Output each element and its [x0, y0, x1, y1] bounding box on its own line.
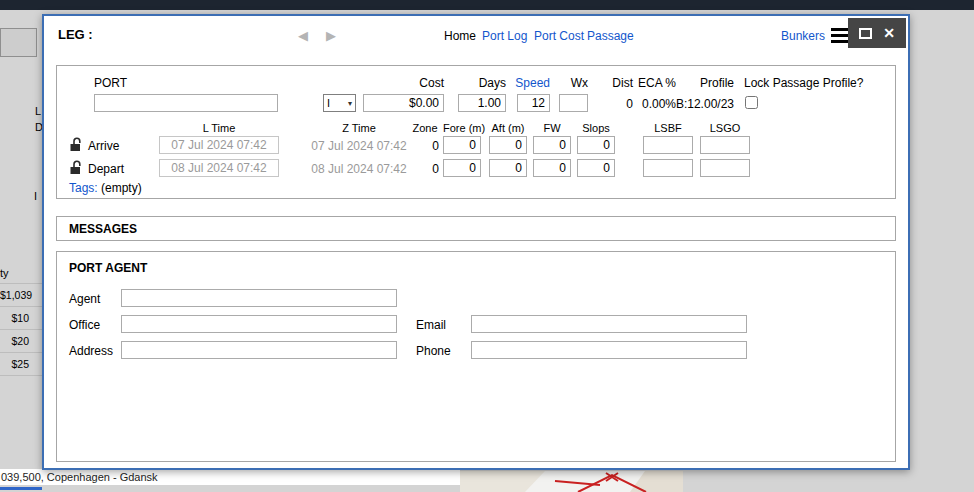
- cost-input[interactable]: [363, 94, 444, 112]
- wx-label: Wx: [552, 76, 588, 90]
- email-input[interactable]: [471, 315, 747, 333]
- depart-ltime-input[interactable]: [159, 159, 279, 177]
- nav-port-log[interactable]: Port Log: [482, 29, 527, 43]
- nav-port-cost[interactable]: Port Cost: [534, 29, 584, 43]
- depart-lsgo-input[interactable]: [700, 159, 750, 177]
- arrive-fw-input[interactable]: [533, 136, 571, 154]
- agent-label: Agent: [69, 292, 100, 306]
- status-accent-line: [0, 487, 42, 490]
- back-icon[interactable]: ◀: [298, 28, 308, 43]
- tags-link[interactable]: Tags:: [69, 181, 98, 195]
- office-input[interactable]: [121, 315, 397, 333]
- background-row-label: L: [35, 105, 41, 117]
- profile-label: Profile: [670, 76, 734, 90]
- address-label: Address: [69, 344, 113, 358]
- arrive-fore-input[interactable]: [443, 136, 481, 154]
- nav-home[interactable]: Home: [444, 29, 476, 43]
- divider: [0, 375, 42, 376]
- depart-fore-input[interactable]: [443, 159, 481, 177]
- col-lsgo: LSGO: [700, 122, 750, 134]
- email-label: Email: [416, 318, 446, 332]
- phone-label: Phone: [416, 344, 451, 358]
- lock-passage-label: Lock Passage Profile?: [744, 76, 863, 90]
- unlock-icon[interactable]: [69, 160, 82, 175]
- depart-zone: 0: [403, 162, 439, 176]
- background-row-label: I: [34, 190, 37, 202]
- divider: [0, 306, 42, 307]
- arrive-ltime-input[interactable]: [159, 136, 279, 154]
- days-input[interactable]: [458, 94, 506, 112]
- col-lsbf: LSBF: [643, 122, 693, 134]
- col-aft: Aft (m): [489, 122, 527, 134]
- col-fore: Fore (m): [443, 122, 481, 134]
- port-input[interactable]: [94, 94, 278, 112]
- arrive-lsgo-input[interactable]: [700, 136, 750, 154]
- wx-input[interactable]: [559, 94, 588, 112]
- col-z-time: Z Time: [299, 122, 419, 134]
- window-controls: ✕: [848, 18, 906, 48]
- days-label: Days: [458, 76, 506, 90]
- screen: L D I ty $1,039 $10 $20 $25 039,500, Cop…: [0, 0, 974, 492]
- cost-label: Cost: [363, 76, 444, 90]
- leg-dialog: LEG : ◀ ▶ Home Port Log Port Cost Passag…: [42, 14, 910, 470]
- dist-value: 0: [593, 97, 633, 111]
- depart-slops-input[interactable]: [577, 159, 615, 177]
- depart-fw-input[interactable]: [533, 159, 571, 177]
- depart-ztime: 08 Jul 2024 07:42: [299, 162, 419, 176]
- port-agent-title: PORT AGENT: [69, 261, 147, 275]
- map-canvas: [460, 471, 683, 492]
- chevron-down-icon: ▾: [348, 99, 352, 108]
- speed-label[interactable]: Speed: [507, 76, 550, 90]
- depart-label: Depart: [88, 162, 124, 176]
- nav-passage[interactable]: Passage: [587, 29, 634, 43]
- background-table-value: $25: [0, 358, 29, 370]
- col-slops: Slops: [577, 122, 615, 134]
- depart-lsbf-input[interactable]: [643, 159, 693, 177]
- status-bar-text: 039,500, Copenhagen - Gdansk: [1, 471, 158, 483]
- dialog-title: LEG :: [58, 27, 93, 42]
- lock-passage-checkbox[interactable]: [745, 96, 758, 109]
- arrive-aft-input[interactable]: [489, 136, 527, 154]
- col-zone: Zone: [403, 122, 447, 134]
- tags-value: (empty): [101, 181, 142, 195]
- port-type-select[interactable]: I ▾: [323, 94, 356, 112]
- divider: [0, 283, 42, 284]
- top-bar: [0, 0, 974, 10]
- speed-input[interactable]: [517, 94, 550, 112]
- nav-bunkers[interactable]: Bunkers: [781, 29, 825, 43]
- divider: [0, 352, 42, 353]
- background-button: [0, 28, 37, 57]
- depart-aft-input[interactable]: [489, 159, 527, 177]
- port-agent-section: PORT AGENT Agent Office Email Address Ph…: [56, 251, 896, 462]
- background-table-value: $20: [0, 335, 29, 347]
- arrive-zone: 0: [403, 139, 439, 153]
- address-input[interactable]: [121, 341, 397, 359]
- port-type-value: I: [327, 97, 330, 109]
- background-table-value: $10: [0, 312, 29, 324]
- unlock-icon[interactable]: [69, 137, 82, 152]
- map-fragment: [460, 471, 683, 492]
- agent-input[interactable]: [121, 289, 397, 307]
- messages-title: MESSAGES: [69, 222, 137, 236]
- col-l-time: L Time: [159, 122, 279, 134]
- dist-label: Dist: [593, 76, 633, 90]
- arrive-slops-input[interactable]: [577, 136, 615, 154]
- maximize-icon[interactable]: [859, 28, 872, 39]
- port-label: PORT: [94, 76, 127, 90]
- port-section: PORT Cost Days Speed Wx Dist ECA % Profi…: [56, 65, 896, 199]
- arrive-lsbf-input[interactable]: [643, 136, 693, 154]
- office-label: Office: [69, 318, 100, 332]
- background-col-header: ty: [0, 267, 9, 279]
- phone-input[interactable]: [471, 341, 747, 359]
- close-icon[interactable]: ✕: [883, 26, 895, 40]
- forward-icon[interactable]: ▶: [326, 28, 336, 43]
- divider: [0, 329, 42, 330]
- arrive-ztime: 07 Jul 2024 07:42: [299, 139, 419, 153]
- messages-section[interactable]: MESSAGES: [56, 216, 896, 241]
- arrive-label: Arrive: [88, 139, 119, 153]
- background-table-value: $1,039: [0, 289, 29, 301]
- profile-value: B:12.00/23: [670, 97, 734, 111]
- col-fw: FW: [533, 122, 571, 134]
